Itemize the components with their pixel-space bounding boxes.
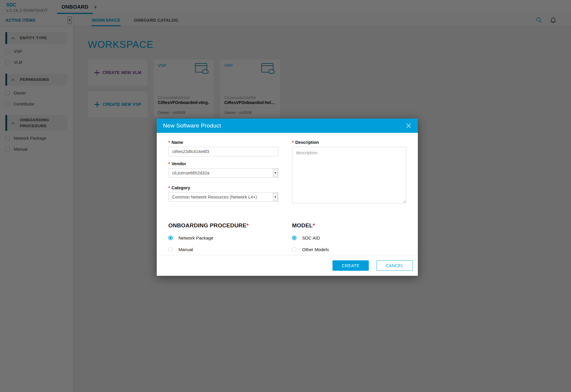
category-select-value: Common Network Resources (Network L4+) <box>169 193 273 201</box>
onboarding-procedure-section: ONBOARDING PROCEDURE* Network Package Ma… <box>168 222 278 252</box>
radio-selected-icon[interactable] <box>292 236 297 240</box>
name-label-text: Name <box>172 140 183 145</box>
radio-selected-icon[interactable] <box>168 236 173 240</box>
required-asterisk: * <box>247 222 249 229</box>
description-label-text: Description <box>295 140 319 145</box>
radio-network-package[interactable]: Network Package <box>168 235 278 240</box>
model-section: MODEL* SDC AID Other Models <box>292 222 406 252</box>
vendor-label-text: Vendor <box>172 161 186 166</box>
name-label: * Name <box>168 140 278 145</box>
cancel-button[interactable]: CANCEL <box>377 260 413 271</box>
description-textarea[interactable] <box>292 147 406 203</box>
onboarding-procedure-title: ONBOARDING PROCEDURE <box>168 222 247 229</box>
required-asterisk: * <box>168 185 170 190</box>
radio-label: SDC AID <box>302 235 320 240</box>
model-heading: MODEL* <box>292 222 406 229</box>
close-icon[interactable] <box>405 122 412 129</box>
new-software-product-modal: New Software Product * Name <box>157 119 418 276</box>
required-asterisk: * <box>292 140 294 145</box>
name-input[interactable] <box>168 147 278 156</box>
modal-body: * Name * Vendor ciLicense6652d32a <box>157 133 418 255</box>
caret-down-icon <box>274 172 276 174</box>
required-asterisk: * <box>168 140 170 145</box>
radio-label: Network Package <box>178 235 214 240</box>
radio-sdc-aid[interactable]: SDC AID <box>292 235 406 240</box>
screen: SDC v.1.16.2-SNAPSHOT ONBOARD ACTIVE ITE… <box>0 0 571 392</box>
select-caret <box>273 169 278 177</box>
radio-manual[interactable]: Manual <box>168 247 278 252</box>
onboarding-procedure-options: Network Package Manual <box>168 235 278 252</box>
radio-unselected-icon[interactable] <box>168 247 173 252</box>
category-field-group: * Category Common Network Resources (Net… <box>168 185 278 202</box>
modal-title: New Software Product <box>163 122 221 129</box>
required-asterisk: * <box>168 161 170 166</box>
vendor-select[interactable]: ciLicense6652d32a <box>168 168 278 178</box>
vendor-field-group: * Vendor ciLicense6652d32a <box>168 161 278 178</box>
vendor-select-value: ciLicense6652d32a <box>169 169 273 177</box>
form-left-column: * Name * Vendor ciLicense6652d32a <box>168 140 278 204</box>
radio-row: ONBOARDING PROCEDURE* Network Package Ma… <box>168 222 406 252</box>
select-caret <box>273 193 278 201</box>
form-row: * Name * Vendor ciLicense6652d32a <box>168 140 406 204</box>
description-label: * Description <box>292 140 406 145</box>
category-select[interactable]: Common Network Resources (Network L4+) <box>168 192 278 202</box>
modal-header: New Software Product <box>157 119 418 133</box>
radio-label: Manual <box>178 247 193 252</box>
modal-footer: CREATE CANCEL <box>157 255 418 276</box>
name-field-group: * Name <box>168 140 278 156</box>
onboarding-procedure-heading: ONBOARDING PROCEDURE* <box>168 222 278 229</box>
caret-down-icon <box>274 196 276 198</box>
model-options: SDC AID Other Models <box>292 235 406 252</box>
model-title: MODEL <box>292 222 313 229</box>
form-right-column: * Description <box>292 140 406 204</box>
vendor-label: * Vendor <box>168 161 278 166</box>
category-label-text: Category <box>172 185 190 190</box>
create-button[interactable]: CREATE <box>332 260 369 271</box>
radio-label: Other Models <box>302 247 329 252</box>
radio-unselected-icon[interactable] <box>292 247 297 252</box>
radio-other-models[interactable]: Other Models <box>292 247 406 252</box>
required-asterisk: * <box>313 222 315 229</box>
category-label: * Category <box>168 185 278 190</box>
